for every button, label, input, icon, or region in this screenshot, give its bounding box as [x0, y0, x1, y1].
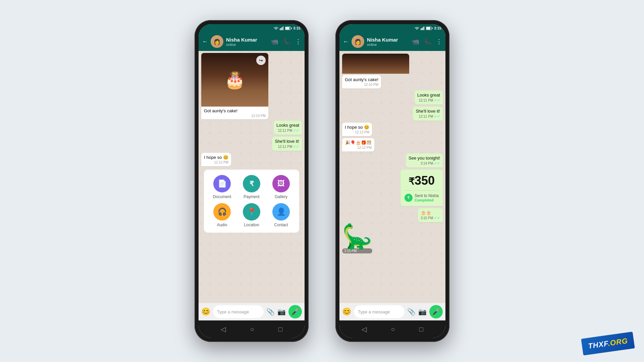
input-placeholder-1: Type a message — [217, 309, 249, 314]
attach-button-2[interactable]: 📎 — [407, 308, 416, 316]
bottom-bar-2: 😊 Type a message 📎 📷 🎤 — [339, 303, 445, 320]
attach-payment[interactable]: ₹ Payment — [239, 175, 264, 199]
see-tonight-row: See you tonight! 3:14 PM ✓✓ — [342, 154, 443, 168]
image-message: 🎂 ↪ Got aunty's cake! 12:10 PM — [201, 53, 268, 119]
more-icon-1[interactable]: ⋮ — [295, 38, 301, 45]
svg-rect-0 — [280, 28, 280, 30]
back-button-2[interactable]: ← — [343, 38, 349, 45]
nav-bar-2: ◁ ○ □ — [339, 320, 445, 338]
attach-location[interactable]: 📍 Location — [239, 203, 264, 227]
avatar-2: 👩 — [352, 35, 364, 48]
message-input-2[interactable]: Type a message — [354, 305, 405, 318]
video-call-icon-1[interactable]: 📹 — [271, 38, 278, 45]
image-msg-row: 🎂 ↪ Got aunty's cake! 12:10 PM — [201, 53, 302, 119]
cake-emoji-time: 3:15 PM ✓✓ — [421, 216, 440, 220]
header-icons-1: 📹 📞 ⋮ — [271, 38, 301, 45]
time-2: 3:15 — [434, 26, 441, 30]
shell-love-row: She'll love it! 12:11 PM ✓✓ — [201, 137, 302, 152]
contact-name-2: Nisha Kumar — [367, 37, 409, 43]
document-label: Document — [213, 194, 231, 199]
payment-info: Sent to Nisha Completed — [415, 193, 439, 202]
payment-status: ₹ Sent to Nisha Completed — [405, 190, 439, 202]
location-label: Location — [244, 223, 259, 227]
chat-header-1: ← 👩 Nisha Kumar online 📹 📞 ⋮ — [199, 32, 305, 51]
phone-2-screen: 3:15 ← 👩 Nisha Kumar online 📹 📞 ⋮ — [339, 24, 445, 338]
svg-rect-9 — [423, 27, 423, 30]
watermark-text: THXF — [588, 339, 608, 350]
avatar-1: 👩 — [211, 35, 223, 48]
sticker-msg: 🦕 — [342, 224, 372, 248]
caption-time: 12:10 PM — [204, 114, 266, 118]
sent-to-text: Sent to Nisha — [415, 193, 439, 198]
audio-icon: 🎧 — [213, 203, 231, 221]
home-nav-2[interactable]: ○ — [391, 325, 395, 333]
contact-info-1[interactable]: Nisha Kumar online — [226, 37, 268, 47]
time-1: 3:15 — [293, 26, 301, 30]
location-icon: 📍 — [243, 203, 260, 221]
attach-menu: 📄 Document ₹ Payment 🖼 Gallery 🎧 Aud — [204, 170, 299, 233]
phone-call-icon-2[interactable]: 📞 — [424, 38, 431, 45]
video-call-icon-2[interactable]: 📹 — [412, 38, 419, 45]
status-icons-2 — [415, 26, 433, 30]
document-icon: 📄 — [213, 175, 231, 192]
mic-button-2[interactable]: 🎤 — [429, 305, 443, 318]
attach-document[interactable]: 📄 Document — [209, 175, 235, 199]
home-nav-1[interactable]: ○ — [250, 325, 254, 333]
contact-info-2[interactable]: Nisha Kumar online — [367, 37, 409, 47]
phone-call-icon-1[interactable]: 📞 — [283, 38, 290, 45]
hope-so-time-2: 12:12 PM — [345, 130, 369, 134]
looks-great-row: Looks great 12:11 PM ✓✓ — [201, 121, 302, 135]
payment-msg-row: ₹350 ₹ Sent to Nisha Completed — [342, 170, 443, 207]
forward-button[interactable]: ↪ — [256, 56, 266, 65]
shell-love-time-2: 12:11 PM ✓✓ — [416, 114, 440, 119]
looks-great-time-2: 12:11 PM ✓✓ — [417, 98, 440, 103]
looks-great-text-2: Looks great — [417, 93, 440, 98]
message-input-1[interactable]: Type a message — [213, 305, 264, 318]
back-nav-1[interactable]: ◁ — [221, 325, 226, 333]
recent-nav-1[interactable]: □ — [278, 325, 282, 333]
emoji-button-2[interactable]: 😊 — [342, 307, 351, 316]
looks-great-msg: Looks great 12:11 PM ✓✓ — [274, 121, 302, 135]
shell-love-msg-2: She'll love it! 12:11 PM ✓✓ — [413, 107, 443, 121]
attach-audio[interactable]: 🎧 Audio — [209, 203, 235, 227]
avatar-img-2: 👩 — [352, 35, 364, 48]
payment-message: ₹350 ₹ Sent to Nisha Completed — [400, 170, 443, 206]
cropped-image — [342, 54, 409, 74]
party-emojis-row: 🎉🎈🎂🎁🎊 12:12 PM — [342, 138, 443, 152]
audio-label: Audio — [217, 223, 227, 227]
svg-rect-1 — [281, 28, 281, 30]
cake-emoji-text: 🎂🎂 — [421, 210, 440, 215]
looks-great-msg-2: Looks great 12:11 PM ✓✓ — [415, 90, 443, 105]
attach-contact[interactable]: 👤 Contact — [268, 203, 294, 227]
contact-status-1: online — [226, 43, 268, 47]
hope-so-row-2: I hope so 😊 12:12 PM — [342, 123, 443, 137]
party-emojis-text: 🎉🎈🎂🎁🎊 — [345, 140, 372, 145]
rupee-symbol: ₹ — [409, 176, 415, 187]
more-icon-2[interactable]: ⋮ — [436, 38, 442, 45]
mic-button-1[interactable]: 🎤 — [288, 305, 302, 318]
cake-text-2: Got aunty's cake! — [345, 77, 378, 82]
input-placeholder-2: Type a message — [358, 309, 390, 314]
camera-button-2[interactable]: 📷 — [418, 308, 427, 316]
image-caption: Got aunty's cake! 12:10 PM — [201, 107, 268, 119]
contact-name-1: Nisha Kumar — [226, 37, 268, 43]
party-emojis-time: 12:12 PM — [345, 146, 372, 149]
cropped-image-row — [342, 54, 409, 74]
back-button-1[interactable]: ← — [202, 38, 208, 45]
phone-1: 3:15 ← 👩 Nisha Kumar online 📹 📞 ⋮ — [195, 20, 309, 342]
hope-so-text-2: I hope so 😊 — [345, 125, 369, 130]
chat-header-2: ← 👩 Nisha Kumar online 📹 📞 ⋮ — [339, 32, 445, 51]
shell-love-msg: She'll love it! 12:11 PM ✓✓ — [272, 137, 302, 151]
back-nav-2[interactable]: ◁ — [362, 325, 367, 333]
cake-msg-2: Got aunty's cake! 12:10 PM — [342, 75, 381, 88]
attach-button-1[interactable]: 📎 — [266, 308, 275, 316]
attach-gallery[interactable]: 🖼 Gallery — [268, 175, 294, 199]
shell-love-text: She'll love it! — [275, 139, 299, 144]
phone-2: 3:15 ← 👩 Nisha Kumar online 📹 📞 ⋮ — [335, 20, 449, 342]
svg-rect-7 — [421, 28, 421, 30]
recent-nav-2[interactable]: □ — [419, 325, 423, 333]
camera-button-1[interactable]: 📷 — [277, 308, 286, 316]
emoji-button-1[interactable]: 😊 — [201, 307, 210, 316]
chat-area-1: 🎂 ↪ Got aunty's cake! 12:10 PM Looks gre… — [199, 51, 305, 303]
cake-emoji-row: 🎂🎂 3:15 PM ✓✓ — [342, 208, 443, 223]
